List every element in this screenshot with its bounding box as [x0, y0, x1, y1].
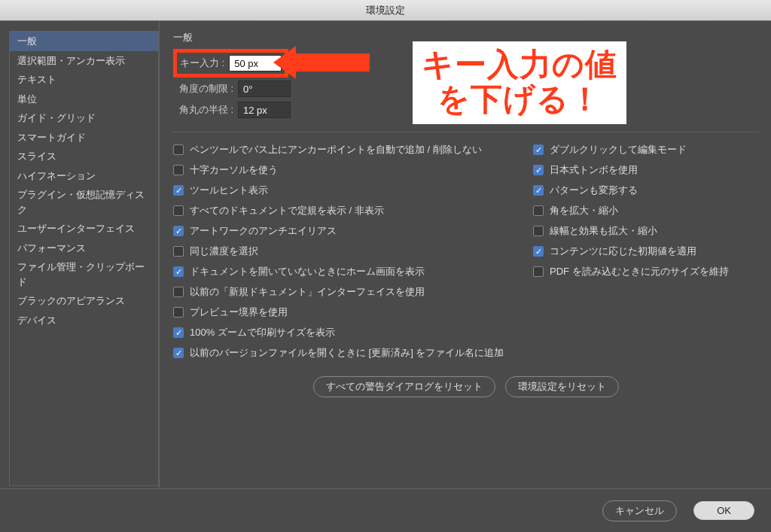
checkbox-icon	[173, 287, 184, 297]
check-right-1[interactable]: 日本式トンボを使用	[533, 163, 759, 177]
check-label: プレビュー境界を使用	[190, 306, 288, 319]
check-left-4[interactable]: アートワークのアンチエイリアス	[173, 224, 533, 238]
check-left-10[interactable]: 以前のバージョンファイルを開くときに [更新済み] をファイル名に追加	[173, 346, 533, 360]
check-left-8[interactable]: プレビュー境界を使用	[173, 306, 533, 319]
sidebar-item-4[interactable]: ガイド・グリッド	[10, 108, 158, 128]
checkbox-icon	[173, 307, 184, 318]
check-right-6[interactable]: PDF を読み込むときに元のサイズを維持	[533, 265, 759, 278]
check-label: 角を拡大・縮小	[550, 204, 618, 217]
sidebar-item-2[interactable]: テキスト	[10, 70, 158, 90]
ok-button[interactable]: OK	[693, 501, 754, 520]
checkbox-icon	[173, 165, 184, 175]
check-label: 以前のバージョンファイルを開くときに [更新済み] をファイル名に追加	[190, 346, 504, 360]
check-label: 線幅と効果も拡大・縮小	[550, 224, 657, 238]
check-right-3[interactable]: 角を拡大・縮小	[533, 204, 759, 217]
sidebar-item-10[interactable]: パフォーマンス	[10, 239, 158, 258]
check-label: 十字カーソルを使う	[190, 163, 278, 177]
check-left-6[interactable]: ドキュメントを開いていないときにホーム画面を表示	[173, 265, 533, 278]
checkbox-icon	[533, 185, 544, 196]
check-label: パターンも変形する	[550, 184, 638, 197]
check-label: PDF を読み込むときに元のサイズを維持	[550, 265, 729, 278]
check-label: コンテンツに応じた初期値を適用	[550, 245, 696, 258]
checkbox-icon	[173, 205, 184, 216]
check-left-9[interactable]: 100% ズームで印刷サイズを表示	[173, 326, 533, 339]
checkbox-icon	[173, 348, 184, 358]
check-label: 日本式トンボを使用	[550, 163, 638, 177]
sidebar-item-0[interactable]: 一般	[10, 32, 158, 51]
checkbox-icon	[533, 226, 544, 236]
check-right-2[interactable]: パターンも変形する	[533, 184, 759, 197]
checkbox-icon	[173, 226, 184, 236]
check-label: 同じ濃度を選択	[190, 245, 258, 258]
checkbox-icon	[533, 205, 544, 216]
sidebar-item-9[interactable]: ユーザーインターフェイス	[10, 219, 158, 239]
check-left-3[interactable]: すべてのドキュメントで定規を表示 / 非表示	[173, 204, 533, 217]
annotation-line1: キー入力の値	[422, 47, 617, 82]
sidebar-item-13[interactable]: デバイス	[10, 311, 158, 330]
sidebar-item-12[interactable]: ブラックのアピアランス	[10, 291, 158, 311]
checkbox-icon	[173, 144, 184, 155]
sidebar-item-3[interactable]: 単位	[10, 90, 158, 109]
window-title-bar: 環境設定	[0, 0, 771, 21]
check-left-5[interactable]: 同じ濃度を選択	[173, 245, 533, 258]
check-left-7[interactable]: 以前の「新規ドキュメント」インターフェイスを使用	[173, 285, 533, 299]
corner-label: 角丸の半径 :	[173, 103, 238, 117]
checkbox-icon	[173, 266, 184, 277]
sidebar-item-5[interactable]: スマートガイド	[10, 128, 158, 147]
dialog-footer: キャンセル OK	[0, 488, 771, 532]
sidebar-item-7[interactable]: ハイフネーション	[10, 166, 158, 186]
check-label: ツールヒント表示	[190, 184, 268, 197]
checkbox-icon	[533, 246, 544, 257]
checkbox-icon	[533, 266, 544, 277]
annotation-callout: キー入力の値 を下げる！	[413, 41, 626, 124]
check-label: 以前の「新規ドキュメント」インターフェイスを使用	[190, 285, 425, 299]
check-right-4[interactable]: 線幅と効果も拡大・縮小	[533, 224, 759, 238]
angle-label: 角度の制限 :	[173, 82, 238, 96]
sidebar-item-1[interactable]: 選択範囲・アンカー表示	[10, 51, 158, 71]
checkbox-icon	[173, 327, 184, 338]
checkbox-icon	[173, 185, 184, 196]
corner-field[interactable]	[238, 102, 291, 118]
window-title: 環境設定	[366, 5, 405, 16]
reset-warnings-button[interactable]: すべての警告ダイアログをリセット	[313, 376, 495, 397]
sidebar-item-8[interactable]: プラグイン・仮想記憶ディスク	[10, 185, 158, 219]
check-label: ダブルクリックして編集モード	[550, 143, 687, 157]
check-label: アートワークのアンチエイリアス	[190, 224, 337, 238]
checkbox-icon	[533, 144, 544, 155]
sidebar-item-11[interactable]: ファイル管理・クリップボード	[10, 257, 158, 291]
checkbox-icon	[173, 246, 184, 257]
sidebar-item-6[interactable]: スライス	[10, 147, 158, 166]
key-input-label: キー入力 :	[180, 56, 229, 70]
check-left-0[interactable]: ペンツールでパス上にアンカーポイントを自動で追加 / 削除しない	[173, 143, 533, 157]
angle-field[interactable]	[238, 81, 291, 97]
cancel-button[interactable]: キャンセル	[602, 500, 677, 521]
check-label: ペンツールでパス上にアンカーポイントを自動で追加 / 削除しない	[190, 143, 482, 157]
check-label: 100% ズームで印刷サイズを表示	[190, 326, 335, 339]
check-right-0[interactable]: ダブルクリックして編集モード	[533, 143, 759, 157]
check-label: ドキュメントを開いていないときにホーム画面を表示	[190, 265, 425, 278]
sidebar: 一般選択範囲・アンカー表示テキスト単位ガイド・グリッドスマートガイドスライスハイ…	[0, 21, 160, 488]
annotation-line2: を下げる！	[422, 82, 617, 117]
checkbox-icon	[533, 165, 544, 175]
check-right-5[interactable]: コンテンツに応じた初期値を適用	[533, 245, 759, 258]
key-input-highlight: キー入力 :	[173, 49, 288, 78]
reset-prefs-button[interactable]: 環境設定をリセット	[505, 376, 619, 397]
check-left-2[interactable]: ツールヒント表示	[173, 184, 533, 197]
annotation-arrow	[294, 53, 370, 74]
check-left-1[interactable]: 十字カーソルを使う	[173, 163, 533, 177]
check-label: すべてのドキュメントで定規を表示 / 非表示	[190, 204, 384, 217]
